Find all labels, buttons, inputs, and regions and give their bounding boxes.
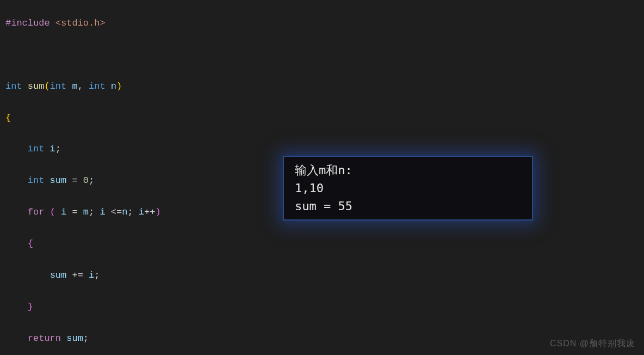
include-path: <stdio.h> — [50, 18, 106, 28]
code-line: } — [5, 299, 639, 315]
type-keyword: int — [5, 81, 22, 91]
parameter: m — [66, 81, 77, 91]
type-keyword: int — [50, 81, 67, 91]
variable: sum — [61, 333, 83, 344]
variable: sum — [50, 270, 67, 280]
brace: { — [28, 238, 33, 249]
preprocessor-keyword: #include — [5, 18, 50, 28]
code-line: #include <stdio.h> — [5, 16, 639, 32]
number-literal: 0 — [83, 175, 89, 186]
output-line: 输入m和n: — [295, 161, 521, 179]
brace: { — [5, 113, 11, 123]
code-line: sum += i; — [5, 268, 639, 284]
control-keyword: for — [28, 207, 45, 217]
watermark: CSDN @颓特别我废 — [550, 336, 635, 351]
brace: } — [28, 302, 33, 312]
variable: m — [83, 207, 89, 217]
variable: i — [55, 207, 66, 217]
variable: i — [89, 270, 94, 280]
type-keyword: int — [28, 144, 45, 154]
output-line: sum = 55 — [295, 197, 521, 215]
output-line: 1,10 — [295, 179, 521, 197]
control-keyword: return — [28, 333, 61, 344]
variable: i — [133, 207, 144, 217]
paren: ) — [116, 81, 122, 91]
console-output: 输入m和n: 1,10 sum = 55 — [283, 156, 533, 221]
paren: ( — [50, 207, 55, 217]
paren: ) — [155, 207, 160, 217]
code-line: int sum(int m, int n) — [5, 79, 639, 95]
code-line: { — [5, 236, 639, 252]
variable: sum — [44, 175, 66, 186]
variable: i — [44, 144, 55, 154]
function-name: sum — [22, 81, 45, 91]
paren: ( — [44, 81, 49, 91]
variable: n — [122, 207, 127, 217]
code-line — [5, 47, 639, 63]
type-keyword: int — [83, 81, 106, 91]
code-line: { — [5, 111, 639, 126]
code-line: return sum; — [5, 331, 639, 347]
type-keyword: int — [28, 175, 45, 186]
parameter: n — [106, 81, 116, 91]
variable: i — [94, 207, 105, 217]
